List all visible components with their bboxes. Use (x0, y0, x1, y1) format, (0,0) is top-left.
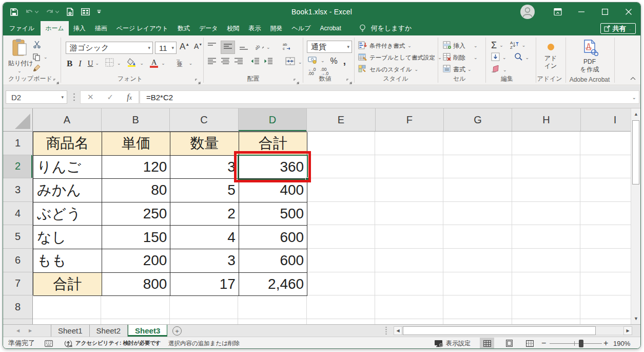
align-center-button[interactable] (221, 58, 230, 67)
tab-scrollbar-splitter[interactable] (385, 326, 387, 337)
cell-d4[interactable]: 500 (239, 202, 307, 226)
tell-me-box[interactable]: 何をしますか (359, 21, 412, 35)
new-sheet-button[interactable]: + (172, 326, 182, 336)
cell-d7[interactable]: 2,460 (239, 273, 307, 297)
zoom-slider-handle[interactable] (579, 340, 583, 347)
format-painter-button[interactable] (33, 64, 48, 74)
align-top-button[interactable] (207, 42, 217, 52)
cell-b2[interactable]: 120 (102, 156, 170, 179)
create-pdf-button[interactable]: PDF を作成 (572, 40, 608, 73)
merge-center-button[interactable] (285, 57, 295, 67)
row-header-4[interactable]: 4 (3, 202, 32, 226)
collapse-ribbon-icon[interactable] (630, 73, 636, 82)
row-header-2[interactable]: 2 (3, 155, 32, 179)
scroll-up-button[interactable]: ▲ (632, 109, 640, 119)
name-box[interactable]: D2 ▾ (6, 90, 67, 104)
cell-a5[interactable]: なし (33, 226, 102, 249)
addins-button[interactable]: アド イン (538, 43, 563, 70)
sheet-tab-sheet3[interactable]: Sheet3 (128, 325, 167, 337)
column-header-g[interactable]: G (444, 108, 512, 131)
delete-cells-button[interactable]: 削除 (453, 53, 465, 62)
font-size-combobox[interactable]: 11 ▾ (155, 42, 177, 54)
number-dialog-launcher-icon[interactable] (346, 77, 352, 83)
insert-function-icon[interactable]: fx (127, 92, 132, 102)
column-header-e[interactable]: E (307, 108, 375, 131)
cancel-formula-icon[interactable]: ✕ (87, 92, 94, 102)
cell-a2[interactable]: りんご (33, 156, 102, 179)
vertical-scrollbar[interactable]: ▲ ▼ (631, 108, 640, 324)
zoom-level[interactable]: 190% (613, 337, 630, 349)
insert-cells-button[interactable]: 挿入 (453, 42, 465, 50)
column-header-d[interactable]: D (239, 108, 307, 131)
clipboard-dialog-launcher-icon[interactable] (53, 77, 59, 83)
enter-formula-icon[interactable]: ✓ (107, 92, 114, 102)
cell-c3[interactable]: 5 (170, 179, 239, 202)
row-header-6[interactable]: 6 (3, 249, 32, 272)
cell-d5[interactable]: 600 (239, 226, 307, 249)
row-header-9[interactable] (3, 319, 32, 324)
select-all-corner[interactable] (3, 108, 33, 132)
cell-b6[interactable]: 200 (102, 249, 170, 273)
share-button[interactable]: 共有 ⌄ (600, 23, 636, 34)
find-select-button[interactable] (514, 52, 523, 63)
cell-c1[interactable]: 数量 (170, 132, 239, 156)
accounting-format-button[interactable] (308, 56, 318, 66)
orientation-button[interactable]: ab (256, 42, 264, 53)
formula-input[interactable]: =B2*C2 ⌄ (140, 90, 639, 104)
cell-styles-button[interactable]: セルのスタイル (369, 66, 412, 73)
conditional-formatting-button[interactable]: 条件付き書式 (369, 42, 405, 50)
clear-button[interactable] (491, 65, 500, 75)
font-color-button[interactable]: A (150, 59, 158, 68)
cell-c2[interactable]: 3 (170, 156, 239, 179)
cell-a7[interactable]: 合計 (33, 273, 102, 297)
increase-indent-button[interactable] (264, 58, 273, 67)
align-right-button[interactable] (234, 58, 243, 67)
font-name-combobox[interactable]: 游ゴシック ▾ (66, 42, 153, 54)
tab-draw[interactable]: 描画 (90, 21, 112, 35)
tab-acrobat[interactable]: Acrobat (315, 21, 345, 35)
sort-filter-button[interactable]: AZ (510, 40, 519, 51)
tab-developer[interactable]: 開発 (266, 21, 287, 35)
tab-view[interactable]: 表示 (244, 21, 266, 35)
sheet-tab-sheet2[interactable]: Sheet2 (90, 325, 128, 337)
cell-c4[interactable]: 2 (170, 202, 239, 226)
horizontal-scroll-thumb[interactable] (403, 326, 596, 335)
cell-d3[interactable]: 400 (239, 179, 307, 202)
tab-formulas[interactable]: 数式 (173, 21, 194, 35)
cell-a6[interactable]: もも (33, 249, 102, 273)
tab-review[interactable]: 校閲 (223, 21, 244, 35)
italic-button[interactable]: I (79, 59, 81, 68)
sheet-nav-right-icon[interactable]: ▶ (29, 325, 32, 337)
column-header-i[interactable]: I (581, 108, 631, 131)
cell-b1[interactable]: 単価 (102, 132, 170, 156)
format-as-table-button[interactable]: テーブルとして書式設定 (369, 54, 435, 62)
row-header-1[interactable]: 1 (3, 132, 32, 155)
decrease-indent-button[interactable] (250, 58, 260, 67)
tab-file[interactable]: ファイル (3, 21, 41, 35)
column-header-a[interactable]: A (33, 108, 102, 131)
number-format-combobox[interactable]: 通貨 ▾ (307, 41, 352, 53)
sheet-nav-left-icon[interactable]: ◀ (16, 325, 19, 337)
increase-font-icon[interactable]: A▲ (180, 42, 189, 52)
cells-area[interactable]: 商品名 単価 数量 合計 りんご 120 3 360 みかん 80 5 400 … (33, 132, 631, 324)
align-bottom-button[interactable] (239, 42, 248, 52)
cell-b3[interactable]: 80 (102, 179, 170, 202)
scroll-right-button[interactable]: ▶ (623, 326, 632, 335)
zoom-out-button[interactable]: − (541, 337, 546, 349)
comma-style-button[interactable]: , (343, 59, 346, 63)
formula-bar-splitter[interactable] (73, 92, 75, 104)
close-button[interactable] (617, 3, 640, 21)
account-avatar[interactable] (520, 5, 535, 19)
cell-a4[interactable]: ぶどう (33, 202, 102, 226)
zoom-slider-track[interactable] (550, 343, 602, 344)
zoom-in-button[interactable]: + (603, 337, 608, 349)
paste-button[interactable]: 貼り付け ⌄ (8, 39, 31, 73)
row-header-5[interactable]: 5 (3, 225, 32, 249)
cell-b5[interactable]: 150 (102, 226, 170, 249)
decrease-font-icon[interactable]: A▼ (194, 42, 202, 50)
minimize-button[interactable] (570, 3, 593, 21)
align-left-button[interactable] (207, 58, 217, 67)
phonetic-guide-button[interactable]: ア亜 (175, 58, 185, 69)
ribbon-display-options-icon[interactable] (546, 3, 570, 21)
font-dialog-launcher-icon[interactable] (195, 77, 201, 83)
